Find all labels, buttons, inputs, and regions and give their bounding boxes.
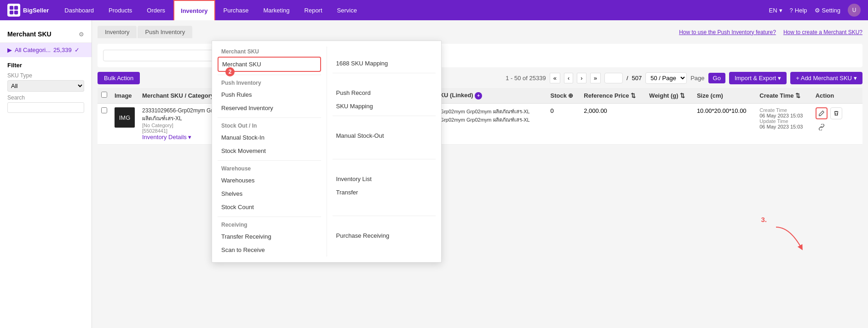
tab-bar: Inventory Push Inventory	[98, 26, 192, 38]
dropdown-warehouses[interactable]: Warehouses	[218, 174, 321, 187]
push-inventory-help-link[interactable]: How to use the Push Inventory feature?	[679, 29, 776, 35]
content-area: Merchant SKU ⚙ ▶ All Categori... 25,339 …	[0, 20, 868, 328]
dropdown-purchase-receiving[interactable]: Purchase Receiving	[333, 229, 436, 242]
dropdown-shelves[interactable]: Shelves	[218, 187, 321, 200]
dropdown-push-record[interactable]: Push Record	[333, 86, 436, 100]
sidebar-title: Merchant SKU	[7, 30, 52, 38]
language-selector[interactable]: EN ▾	[769, 7, 782, 14]
nav-orders[interactable]: Orders	[140, 0, 172, 20]
tab-inventory[interactable]: Inventory	[98, 26, 137, 38]
push-inventory-section-label: Push Inventory	[218, 78, 321, 88]
nav-service[interactable]: Service	[331, 0, 363, 20]
brand-logo[interactable]: BigSeller	[7, 4, 49, 17]
dropdown-scan-to-receive[interactable]: Scan to Receive	[218, 243, 321, 257]
main-header: Inventory Push Inventory How to use the …	[98, 26, 862, 38]
nav-report[interactable]: Report	[298, 0, 329, 20]
dropdown-manual-stock-in[interactable]: Manual Stock-In	[218, 131, 321, 144]
sidebar-gear-icon[interactable]: ⚙	[79, 31, 84, 38]
create-merchant-sku-link[interactable]: How to create a Merchant SKU?	[783, 29, 862, 35]
nav-dashboard[interactable]: Dashboard	[58, 0, 100, 20]
gear-icon: ⚙	[815, 7, 820, 14]
nav-inventory[interactable]: Inventory	[173, 0, 215, 20]
help-button[interactable]: ? Help	[790, 7, 807, 14]
dropdown-body: Merchant SKU Merchant SKU Push Inventory…	[212, 41, 441, 262]
question-icon: ?	[790, 7, 793, 14]
dropdown-overlay[interactable]: Merchant SKU Merchant SKU Push Inventory…	[0, 41, 868, 328]
receiving-section-label: Receiving	[218, 220, 321, 230]
dropdown-col-left: Merchant SKU Merchant SKU Push Inventory…	[212, 47, 327, 257]
stock-out-in-section-label: Stock Out / In	[218, 121, 321, 131]
svg-rect-0	[10, 6, 13, 10]
dropdown-merchant-sku[interactable]: Merchant SKU	[218, 57, 321, 72]
tab-push-inventory[interactable]: Push Inventory	[138, 26, 192, 38]
dropdown-1688-sku-mapping[interactable]: 1688 SKU Mapping	[333, 57, 436, 70]
arrow-annotation	[771, 223, 808, 259]
avatar: U	[848, 4, 861, 17]
nav-purchase[interactable]: Purchase	[217, 0, 255, 20]
nav-right: EN ▾ ? Help ⚙ Setting U	[769, 4, 861, 17]
info-links: How to use the Push Inventory feature? H…	[679, 29, 862, 35]
svg-rect-1	[14, 6, 18, 10]
nav-marketing[interactable]: Marketing	[257, 0, 296, 20]
svg-rect-2	[10, 11, 13, 14]
svg-rect-3	[14, 11, 18, 14]
dropdown-col-right: 1688 SKU Mapping Push Record SKU Mapping…	[327, 47, 442, 257]
user-avatar[interactable]: U	[848, 4, 861, 17]
nav-products[interactable]: Products	[102, 0, 138, 20]
merchant-sku-section-label: Merchant SKU	[218, 47, 321, 57]
dropdown-stock-movement[interactable]: Stock Movement	[218, 144, 321, 158]
setting-button[interactable]: ⚙ Setting	[815, 7, 840, 14]
dropdown-push-rules[interactable]: Push Rules	[218, 88, 321, 101]
dropdown-manual-stock-out[interactable]: Manual Stock-Out	[333, 129, 436, 142]
dropdown-sku-mapping[interactable]: SKU Mapping	[333, 100, 436, 113]
top-navigation: BigSeller Dashboard Products Orders Inve…	[0, 0, 868, 20]
brand-icon	[7, 4, 20, 17]
warehouse-section-label: Warehouse	[218, 164, 321, 174]
dropdown-reserved-inventory[interactable]: Reserved Inventory	[218, 101, 321, 115]
dropdown-inventory-list[interactable]: Inventory List	[333, 172, 436, 186]
chevron-down-icon: ▾	[779, 7, 782, 14]
inventory-dropdown-menu: Merchant SKU Merchant SKU Push Inventory…	[212, 41, 442, 263]
dropdown-transfer-receiving[interactable]: Transfer Receiving	[218, 230, 321, 243]
annotation-step3: 3.	[761, 216, 767, 223]
dropdown-stock-count[interactable]: Stock Count	[218, 200, 321, 214]
dropdown-transfer[interactable]: Transfer	[333, 186, 436, 199]
